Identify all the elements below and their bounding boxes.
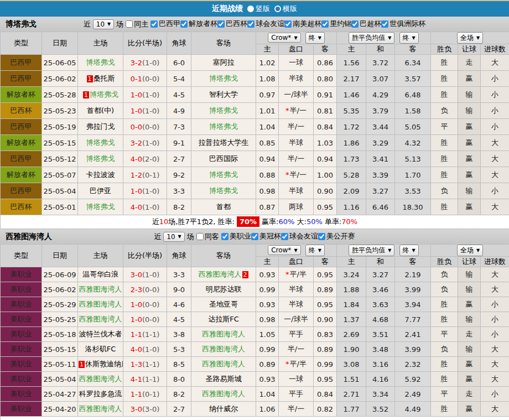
away-team[interactable]: 圣地亚哥	[209, 300, 238, 308]
away-team[interactable]: 西雅图海湾人	[202, 390, 245, 398]
home-team[interactable]: 博塔弗戈	[86, 203, 115, 211]
mean-final-select[interactable]: 终▼	[399, 245, 419, 256]
league-checkbox[interactable]	[321, 20, 329, 28]
match-count-select[interactable]: 10▼	[93, 19, 114, 29]
away-team[interactable]: 博塔弗戈	[209, 170, 238, 179]
fulltime-score: 2-3	[131, 286, 142, 294]
home-team-cell: 西雅图海湾人	[78, 297, 123, 312]
league-checkbox[interactable]	[150, 20, 158, 28]
away-team[interactable]: 达拉斯FC	[208, 315, 239, 323]
away-team-cell: 博塔弗戈	[191, 103, 256, 119]
halftime-score: (0-0)	[142, 315, 159, 324]
fulltime-score: 4-0	[131, 155, 142, 163]
company-select[interactable]: Crow*▼	[268, 33, 300, 43]
home-team[interactable]: 西雅图海湾人	[79, 285, 122, 293]
home-team[interactable]: 博塔弗戈	[86, 154, 115, 163]
away-team[interactable]: 博塔弗戈	[209, 122, 238, 131]
league-filter[interactable]: 球会友谊	[247, 19, 284, 29]
league-checkbox[interactable]	[247, 20, 254, 28]
league-checkbox[interactable]	[281, 233, 288, 240]
away-team[interactable]: 明尼苏达联	[206, 285, 242, 293]
away-team[interactable]: 西雅图海湾人	[202, 360, 245, 368]
same-venue-filter[interactable]: 同主	[126, 19, 148, 29]
mean-away: 6.48	[395, 87, 431, 103]
home-team[interactable]: 西雅图海湾人	[79, 315, 122, 323]
company-select[interactable]: Crow*▼	[268, 245, 300, 255]
result-handicap: 赢	[458, 297, 481, 312]
away-team[interactable]: 拉普拉塔大学生	[199, 138, 249, 147]
away-team[interactable]: 巴西国际	[209, 154, 238, 163]
away-team[interactable]: 塞阿拉	[213, 58, 235, 66]
mean-final-select[interactable]: 终▼	[399, 32, 419, 44]
home-team[interactable]: 温哥华白浪	[82, 270, 118, 278]
league-checkbox[interactable]	[381, 20, 388, 28]
league-filter[interactable]: 解放者杯	[180, 19, 217, 29]
away-team[interactable]: 博塔弗戈	[209, 74, 238, 82]
match-row: 巴西甲25-06-05博塔弗戈3-2(1-0)6-0塞阿拉1.02一球0.861…	[1, 55, 509, 71]
match-score: 4-0(2-0)	[123, 151, 167, 167]
home-team[interactable]: 博塔弗戈	[86, 58, 115, 66]
same-venue-filter[interactable]: 同客	[196, 232, 219, 242]
away-team[interactable]: 西雅图海湾人	[202, 345, 245, 353]
mean-select[interactable]: 胜平负均值▼	[349, 245, 394, 256]
home-team[interactable]: 休斯敦迪纳摩	[85, 360, 123, 368]
league-filter[interactable]: 美职业	[221, 231, 251, 241]
col-odds-line: 盘口	[279, 257, 314, 267]
mean-draw: 3.27	[366, 183, 395, 199]
away-team[interactable]: 西雅图海湾人	[199, 270, 242, 278]
same-venue-checkbox[interactable]	[196, 233, 204, 240]
home-team[interactable]: 科罗拉多急流	[79, 390, 122, 398]
away-team[interactable]: 圣路易斯城	[206, 375, 242, 383]
home-team[interactable]: 西雅图海湾人	[79, 405, 122, 413]
company-final-select[interactable]: 终▼	[305, 32, 325, 44]
league-filter[interactable]: 球会友谊	[281, 231, 318, 241]
home-team[interactable]: 西雅图海湾人	[79, 375, 122, 383]
league-filter[interactable]: 美冠杯	[251, 231, 281, 241]
league-checkbox[interactable]	[221, 233, 228, 240]
home-team[interactable]: 西雅图海湾人	[79, 300, 122, 308]
layout-vertical-radio[interactable]: 竖版	[247, 4, 270, 14]
league-checkbox[interactable]	[180, 20, 188, 28]
away-team[interactable]: 智利大学	[209, 90, 238, 98]
fulltime-score: 1-0	[131, 107, 142, 115]
away-team[interactable]: 首都	[216, 203, 231, 211]
layout-horizontal-radio[interactable]: 横版	[274, 4, 297, 14]
league-checkbox[interactable]	[284, 20, 292, 28]
league-filter[interactable]: 巴超杯	[351, 19, 381, 29]
league-filter[interactable]: 南美超杯	[284, 19, 321, 29]
mean-home: 3.24	[337, 267, 366, 282]
home-team[interactable]: 博塔弗戈	[86, 138, 115, 147]
match-count-select[interactable]: 10▼	[163, 232, 184, 242]
league-filter[interactable]: 巴西甲	[150, 19, 180, 29]
league-filter[interactable]: 世俱洲际杯	[381, 19, 425, 29]
company-final-select[interactable]: 终▼	[305, 245, 325, 256]
away-team[interactable]: 纳什威尔	[209, 405, 238, 413]
league-checkbox[interactable]	[217, 20, 225, 28]
home-team[interactable]: 弗拉门戈	[86, 122, 115, 131]
league-checkbox[interactable]	[251, 233, 258, 240]
home-team[interactable]: 巴伊亚	[90, 186, 111, 195]
mean-select[interactable]: 胜平负均值▼	[349, 32, 394, 44]
league-filter[interactable]: 巴西杯	[217, 19, 247, 29]
league-filter[interactable]: 里约锦	[321, 19, 351, 29]
mean-home: 5.28	[337, 167, 366, 183]
home-team[interactable]: 卡拉波波	[86, 170, 115, 179]
away-team[interactable]: 博塔弗戈	[209, 186, 238, 195]
away-team[interactable]: 博塔弗戈	[209, 106, 238, 115]
home-team[interactable]: 博塔弗戈	[90, 90, 118, 98]
home-team-cell: 1博塔弗戈	[78, 87, 123, 103]
home-team[interactable]: 首都(中)	[87, 106, 114, 115]
scope-select[interactable]: 全场▼	[457, 245, 483, 256]
result-wdl: 胜	[431, 135, 458, 151]
away-team[interactable]: 西雅图海湾人	[202, 330, 245, 338]
home-team[interactable]: 洛杉矶FC	[85, 345, 116, 353]
home-team[interactable]: 桑托斯	[94, 74, 115, 82]
match-date: 25-04-20	[42, 402, 78, 417]
match-score: 3-2(1-0)	[123, 55, 167, 71]
home-team[interactable]: 波特兰伐木者	[79, 330, 122, 338]
league-checkbox[interactable]	[351, 20, 359, 28]
scope-select[interactable]: 全场▼	[457, 32, 483, 44]
league-checkbox[interactable]	[318, 233, 325, 240]
league-filter[interactable]: 美公开赛	[318, 231, 355, 241]
same-venue-checkbox[interactable]	[126, 20, 133, 28]
